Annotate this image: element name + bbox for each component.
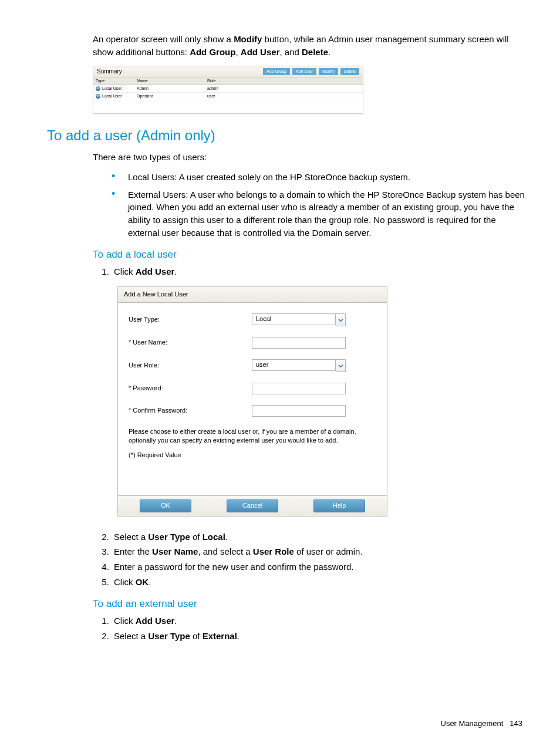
user-role-select[interactable]: user — [252, 359, 336, 371]
required-note: (*) Required Value — [129, 451, 376, 460]
col-type: Type — [93, 77, 134, 85]
summary-screenshot: Summary Add Group Add User Modify Delete… — [93, 66, 363, 114]
step: Select a User Type of Local. — [112, 531, 525, 544]
step: Select a User Type of External. — [112, 630, 525, 643]
step: Enter the User Name, and select a User R… — [112, 545, 525, 558]
label-user-name: * User Name: — [129, 338, 252, 347]
add-user-dialog: Add a New Local User User Type: Local * … — [117, 286, 387, 517]
dialog-title: Add a New Local User — [118, 287, 387, 303]
step: Click Add User. — [112, 265, 525, 278]
heading-add-user-admin: To add a user (Admin only) — [47, 126, 525, 146]
confirm-password-field[interactable] — [252, 405, 346, 417]
label-user-type: User Type: — [129, 315, 252, 325]
step: Click OK. — [112, 576, 525, 589]
chevron-down-icon[interactable] — [336, 359, 346, 372]
label-password: * Password: — [129, 384, 252, 393]
cancel-button[interactable]: Cancel — [227, 499, 278, 512]
user-icon — [96, 86, 100, 91]
user-type-select[interactable]: Local — [252, 313, 336, 325]
col-name: Name — [134, 77, 205, 85]
table-cell: user — [205, 93, 363, 100]
password-field[interactable] — [252, 383, 346, 394]
bullet-local: Local Users: A user created solely on th… — [112, 171, 525, 184]
bullet-external: External Users: A user who belongs to a … — [112, 188, 525, 239]
heading-add-local: To add a local user — [93, 248, 525, 262]
intro-paragraph: An operator screen will only show a Modi… — [93, 33, 525, 59]
table-row: Local User — [93, 85, 134, 93]
ok-button[interactable]: OK — [140, 499, 191, 512]
col-role: Role — [205, 77, 363, 85]
table-cell: admin — [205, 85, 363, 93]
label-confirm-password: * Confirm Password: — [129, 406, 252, 416]
table-row: Local User — [93, 93, 134, 100]
delete-button[interactable]: Delete — [340, 68, 359, 75]
step: Click Add User. — [112, 615, 525, 627]
add-user-button[interactable]: Add User — [292, 68, 316, 75]
heading-add-external: To add an external user — [93, 597, 525, 612]
modify-button[interactable]: Modify — [319, 68, 338, 75]
label-user-role: User Role: — [129, 361, 252, 370]
chevron-down-icon[interactable] — [336, 313, 346, 326]
helper-text: Please choose to either create a local u… — [129, 427, 376, 445]
add-group-button[interactable]: Add Group — [263, 68, 290, 75]
user-icon — [96, 94, 100, 99]
table-cell: Operator — [134, 93, 205, 100]
table-cell: Admin — [134, 85, 205, 93]
summary-titlebar: Summary Add Group Add User Modify Delete — [93, 66, 363, 78]
user-name-field[interactable] — [252, 337, 346, 349]
two-types-text: There are two types of users: — [93, 151, 525, 164]
step: Enter a password for the new user and co… — [112, 561, 525, 573]
help-button[interactable]: Help — [313, 499, 365, 512]
